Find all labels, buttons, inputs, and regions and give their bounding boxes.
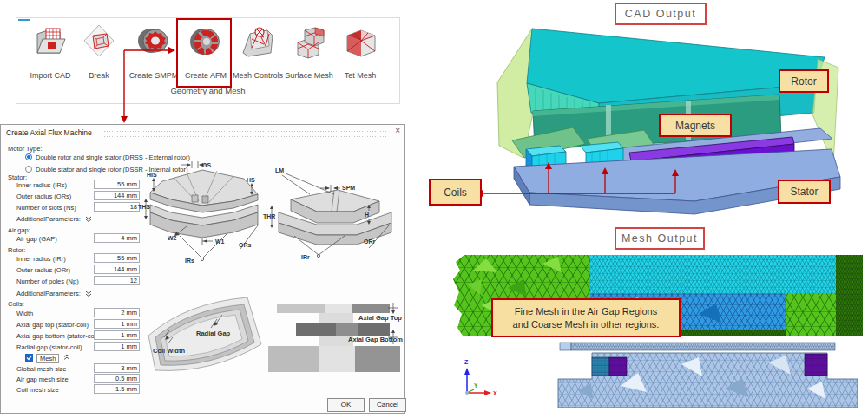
dim-hs: HS bbox=[247, 177, 255, 183]
air-gap-header: Air gap: bbox=[8, 226, 30, 234]
mesh-checkbox[interactable] bbox=[25, 354, 33, 362]
coils-callout: Coils bbox=[429, 179, 482, 206]
surface-mesh-icon bbox=[289, 23, 329, 63]
mesh-section-label[interactable]: Mesh bbox=[36, 354, 59, 363]
dim-radial-gap: Radial Gap bbox=[196, 330, 231, 337]
radio-drss[interactable] bbox=[25, 153, 32, 160]
field-label: Axial gap top (stator-coil) bbox=[16, 321, 89, 329]
coil-width-input[interactable]: 2 mm bbox=[94, 308, 140, 317]
field-label: Inner radius (IRr) bbox=[16, 255, 66, 263]
dim-spm: SPM bbox=[342, 185, 355, 191]
dim-w2: W2 bbox=[168, 235, 177, 241]
motor-type-label: Motor Type: bbox=[8, 145, 42, 153]
chevron-down-icon[interactable] bbox=[85, 216, 92, 223]
toolbar-item-label: Tet Mesh bbox=[334, 71, 386, 80]
dim-axial-gap-bottom: Axial Gap Bottom bbox=[348, 336, 403, 343]
dim-his: HIS bbox=[147, 172, 157, 178]
dim-lm: LM bbox=[275, 167, 284, 173]
field-label: Width bbox=[16, 310, 33, 317]
dim-irs: IRs bbox=[185, 258, 194, 264]
coils-callout-label: Coils bbox=[444, 186, 467, 199]
dialog-title: Create Axial Flux Machine bbox=[6, 128, 92, 137]
field-label: Global mesh size bbox=[16, 365, 67, 373]
field-label: Air gap mesh size bbox=[16, 376, 69, 383]
screenshot-canvas: Import CAD Break Create SMPM Create AFM … bbox=[0, 0, 868, 418]
coil-mesh-size-input[interactable]: 1.5 mm bbox=[94, 384, 140, 394]
coil-axial-gap-top-input[interactable]: 1 mm bbox=[94, 319, 140, 329]
dim-ths: THS bbox=[138, 204, 150, 210]
stator-additional-parameters[interactable]: AdditionalParameters: bbox=[16, 215, 81, 223]
field-label: Air gap (GAP) bbox=[16, 235, 57, 243]
field-label: Number of slots (Ns) bbox=[16, 204, 76, 212]
toolbar-item-label: Surface Mesh bbox=[280, 71, 338, 80]
geometry-mesh-toolbar: Import CAD Break Create SMPM Create AFM … bbox=[16, 17, 400, 104]
rotor-callout: Rotor bbox=[779, 69, 829, 93]
stator-callout: Stator bbox=[778, 180, 831, 204]
create-afm-dialog: Create Axial Flux Machine × Motor Type: … bbox=[0, 124, 405, 414]
field-label: Inner radius (IRs) bbox=[16, 181, 67, 189]
stator-diagram: OS HIS HS THS W2 W1 ORs IRs bbox=[129, 155, 277, 268]
annotation-arrow bbox=[113, 43, 182, 127]
chevron-down-icon[interactable] bbox=[85, 291, 92, 297]
import-cad-icon bbox=[30, 23, 70, 63]
field-label: Axial gap bottom (stator-coil) bbox=[16, 332, 99, 340]
coil-axial-section-diagram: Axial Gap Top Axial Gap Bottom bbox=[261, 296, 406, 378]
coil-radial-gap-input[interactable]: 1 mm bbox=[94, 342, 140, 351]
rotor-diagram: LM SPM THR H ORr IRr bbox=[261, 161, 407, 267]
coil-sector-diagram: Radial Gap Coil Width bbox=[138, 292, 268, 379]
orientation-axes: Z X Y bbox=[453, 354, 505, 402]
global-mesh-size-input[interactable]: 3 mm bbox=[94, 363, 140, 373]
coil-axial-gap-bottom-input[interactable]: 1 mm bbox=[94, 330, 140, 340]
mesh-annotation-line2: and Coarse Mesh in other regions. bbox=[513, 318, 660, 331]
stator-header: Stator: bbox=[8, 173, 27, 181]
rotor-poles-input[interactable]: 12 bbox=[94, 276, 140, 285]
magnets-callout: Magnets bbox=[659, 114, 732, 137]
dim-h: H bbox=[365, 212, 369, 218]
mesh-output-title: Mesh Output bbox=[621, 232, 698, 245]
axis-y-label: Y bbox=[474, 382, 478, 389]
stator-callout-label: Stator bbox=[790, 186, 818, 198]
toolbar-item-label: Import CAD bbox=[24, 71, 76, 80]
toolbar-accent-dash bbox=[18, 19, 30, 21]
close-icon[interactable]: × bbox=[395, 126, 400, 135]
axis-z-label: Z bbox=[464, 359, 469, 365]
magnets-callout-label: Magnets bbox=[675, 120, 715, 132]
rotor-callout-label: Rotor bbox=[791, 75, 816, 88]
tet-mesh-icon bbox=[340, 23, 380, 63]
field-label: Coil mesh size bbox=[16, 386, 59, 394]
toolbar-item-label: Mesh Controls bbox=[229, 71, 286, 80]
mesh-section-view bbox=[464, 338, 864, 415]
radio-dssr[interactable] bbox=[25, 166, 32, 173]
create-afm-highlight-box bbox=[176, 18, 232, 88]
rotor-header: Rotor: bbox=[8, 246, 25, 254]
rotor-additional-parameters[interactable]: AdditionalParameters: bbox=[16, 290, 81, 297]
cancel-button[interactable]: Cancel bbox=[369, 398, 406, 412]
chevron-up-icon[interactable] bbox=[63, 354, 70, 361]
field-label: Outer radius (ORs) bbox=[16, 193, 71, 200]
dim-os: OS bbox=[202, 162, 211, 168]
field-label: Outer radius (ORr) bbox=[16, 266, 70, 274]
ok-button[interactable]: OK bbox=[327, 398, 365, 412]
field-label: Radial gap (stator-coil) bbox=[16, 343, 82, 351]
dim-axial-gap-top: Axial Gap Top bbox=[358, 314, 402, 322]
dim-coil-width: Coil Width bbox=[153, 347, 185, 355]
toolbar-group-label: Geometry and Mesh bbox=[16, 86, 399, 95]
dim-orr: ORr bbox=[364, 238, 376, 245]
air-gap-mesh-size-input[interactable]: 0.5 mm bbox=[94, 374, 140, 383]
mesh-annotation-box: Fine Mesh in the Air Gap Regions and Coa… bbox=[491, 298, 681, 337]
mesh-controls-icon bbox=[238, 23, 278, 63]
field-label: Number of poles (Np) bbox=[16, 278, 79, 285]
mesh-annotation-line1: Fine Mesh in the Air Gap Regions bbox=[515, 305, 657, 318]
mesh-output-title-box: Mesh Output bbox=[615, 227, 705, 250]
axis-x-label: X bbox=[493, 390, 497, 396]
dim-irr: IRr bbox=[301, 254, 310, 260]
dialog-drag-dots bbox=[103, 130, 386, 137]
cad-output-title: CAD Output bbox=[625, 8, 696, 20]
coils-header: Coils: bbox=[8, 300, 24, 308]
dim-thr: THR bbox=[263, 213, 275, 219]
